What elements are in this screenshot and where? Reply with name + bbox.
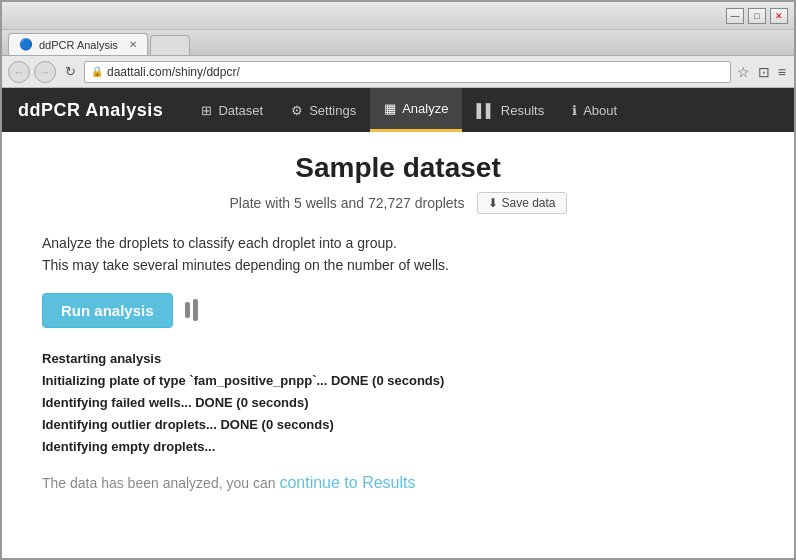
app-content: ddPCR Analysis ⊞ Dataset ⚙ Settings ▦ An… bbox=[2, 88, 794, 558]
maximize-button[interactable]: □ bbox=[748, 8, 766, 24]
main-content: Sample dataset Plate with 5 wells and 72… bbox=[2, 132, 794, 558]
spinner-bar-2 bbox=[193, 299, 198, 321]
about-icon: ℹ bbox=[572, 103, 577, 118]
app-nav: ddPCR Analysis ⊞ Dataset ⚙ Settings ▦ An… bbox=[2, 88, 794, 132]
results-icon: ▌▌ bbox=[476, 103, 494, 118]
nav-label-analyze: Analyze bbox=[402, 101, 448, 116]
new-tab-area bbox=[150, 35, 190, 55]
browser-window: — □ ✕ 🔵 ddPCR Analysis ✕ ← → ↻ 🔒 daattal… bbox=[0, 0, 796, 560]
tab-bar: 🔵 ddPCR Analysis ✕ bbox=[2, 30, 794, 56]
title-bar-controls: — □ ✕ bbox=[726, 8, 788, 24]
subtitle-row: Plate with 5 wells and 72,727 droplets ⬇… bbox=[42, 192, 754, 214]
nav-item-analyze[interactable]: ▦ Analyze bbox=[370, 88, 462, 132]
minimize-button[interactable]: — bbox=[726, 8, 744, 24]
nav-item-results[interactable]: ▌▌ Results bbox=[462, 88, 558, 132]
browser-toolbar: ☆ ⊡ ≡ bbox=[735, 62, 788, 82]
run-analysis-button[interactable]: Run analysis bbox=[42, 293, 173, 328]
run-row: Run analysis bbox=[42, 293, 754, 328]
nav-items: ⊞ Dataset ⚙ Settings ▦ Analyze ▌▌ Result… bbox=[187, 88, 631, 132]
address-bar-row: ← → ↻ 🔒 daattali.com/shiny/ddpcr/ ☆ ⊡ ≡ bbox=[2, 56, 794, 88]
app-brand: ddPCR Analysis bbox=[18, 100, 163, 121]
settings-icon: ⚙ bbox=[291, 103, 303, 118]
analyze-icon: ▦ bbox=[384, 101, 396, 116]
results-link-row: The data has been analyzed, you can cont… bbox=[42, 474, 754, 492]
subtitle-text: Plate with 5 wells and 72,727 droplets bbox=[229, 195, 464, 211]
log-line-1: Restarting analysis bbox=[42, 348, 754, 370]
description-line1: Analyze the droplets to classify each dr… bbox=[42, 232, 754, 254]
reload-button[interactable]: ↻ bbox=[60, 62, 80, 82]
browser-tab[interactable]: 🔵 ddPCR Analysis ✕ bbox=[8, 33, 148, 55]
star-icon[interactable]: ☆ bbox=[735, 62, 752, 82]
log-line-4: Identifying outlier droplets... DONE (0 … bbox=[42, 414, 754, 436]
address-lock-icon: 🔒 bbox=[91, 66, 103, 77]
results-prefix: The data has been analyzed, you can bbox=[42, 475, 279, 491]
nav-item-settings[interactable]: ⚙ Settings bbox=[277, 88, 370, 132]
address-text: daattali.com/shiny/ddpcr/ bbox=[107, 65, 240, 79]
tab-favicon: 🔵 bbox=[19, 38, 33, 51]
continue-to-results-link[interactable]: continue to Results bbox=[279, 474, 415, 491]
tab-close-icon[interactable]: ✕ bbox=[129, 39, 137, 50]
log-line-3: Identifying failed wells... DONE (0 seco… bbox=[42, 392, 754, 414]
spinner bbox=[185, 299, 198, 321]
page-title: Sample dataset bbox=[42, 152, 754, 184]
bookmark-icon[interactable]: ⊡ bbox=[756, 62, 772, 82]
dataset-icon: ⊞ bbox=[201, 103, 212, 118]
spinner-bar-1 bbox=[185, 302, 190, 318]
log-line-2: Initializing plate of type `fam_positive… bbox=[42, 370, 754, 392]
nav-label-dataset: Dataset bbox=[218, 103, 263, 118]
address-bar[interactable]: 🔒 daattali.com/shiny/ddpcr/ bbox=[84, 61, 731, 83]
nav-label-results: Results bbox=[501, 103, 544, 118]
menu-icon[interactable]: ≡ bbox=[776, 62, 788, 82]
forward-button[interactable]: → bbox=[34, 61, 56, 83]
save-data-button[interactable]: ⬇ Save data bbox=[477, 192, 567, 214]
description: Analyze the droplets to classify each dr… bbox=[42, 232, 754, 277]
nav-label-settings: Settings bbox=[309, 103, 356, 118]
description-line2: This may take several minutes depending … bbox=[42, 254, 754, 276]
log-line-5: Identifying empty droplets... bbox=[42, 436, 754, 458]
back-button[interactable]: ← bbox=[8, 61, 30, 83]
nav-item-dataset[interactable]: ⊞ Dataset bbox=[187, 88, 277, 132]
title-bar: — □ ✕ bbox=[2, 2, 794, 30]
tab-title: ddPCR Analysis bbox=[39, 39, 118, 51]
close-button[interactable]: ✕ bbox=[770, 8, 788, 24]
save-label: Save data bbox=[502, 196, 556, 210]
nav-label-about: About bbox=[583, 103, 617, 118]
save-icon: ⬇ bbox=[488, 196, 498, 210]
nav-item-about[interactable]: ℹ About bbox=[558, 88, 631, 132]
log-section: Restarting analysis Initializing plate o… bbox=[42, 348, 754, 458]
